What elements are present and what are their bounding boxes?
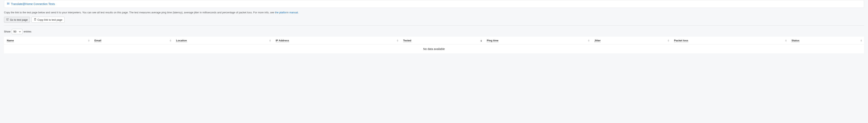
col-ping[interactable]: Ping time: [484, 37, 592, 44]
button-row: Go to test page Copy link to test page: [4, 17, 864, 23]
length-show-label: Show: [4, 30, 10, 33]
results-table: Name Email Location IP Address Tested Pi…: [4, 37, 864, 53]
col-email[interactable]: Email: [92, 37, 173, 44]
table-empty-row: No data available: [4, 44, 864, 54]
panel-title[interactable]: Translate@Home Connection Tests: [7, 2, 861, 6]
sort-icon: [88, 39, 90, 41]
description-text-before: Copy the link to the test page below and…: [4, 11, 275, 14]
table-empty-cell: No data available: [4, 44, 864, 54]
sort-icon: [668, 39, 669, 41]
col-packet-label: Packet loss: [674, 39, 688, 42]
svg-point-0: [7, 3, 7, 3]
description-text-after: .: [298, 11, 299, 14]
copy-link-button[interactable]: Copy link to test page: [31, 17, 65, 23]
sort-icon: [480, 39, 482, 41]
col-ip-label: IP Address: [276, 39, 289, 42]
col-email-label: Email: [94, 39, 101, 42]
col-jitter[interactable]: Jitter: [592, 37, 671, 44]
col-location-label: Location: [176, 39, 187, 42]
length-select[interactable]: 102550100: [12, 29, 23, 34]
manual-link[interactable]: the platform manual: [275, 11, 298, 14]
svg-line-6: [7, 19, 8, 20]
col-name[interactable]: Name: [4, 37, 92, 44]
external-link-icon: [6, 18, 9, 21]
description: Copy the link to the test page below and…: [4, 11, 864, 14]
svg-point-2: [7, 3, 7, 4]
sort-icon: [170, 39, 171, 41]
col-jitter-label: Jitter: [594, 39, 601, 42]
panel-title-text: Translate@Home Connection Tests: [11, 2, 55, 6]
length-entries-label: entries: [24, 30, 31, 33]
copy-icon: [34, 18, 36, 21]
copy-link-label: Copy link to test page: [37, 18, 62, 21]
svg-point-4: [7, 4, 7, 4]
sort-icon: [397, 39, 398, 41]
col-tested[interactable]: Tested: [400, 37, 484, 44]
svg-rect-7: [34, 19, 36, 20]
table-header-row: Name Email Location IP Address Tested Pi…: [4, 37, 864, 44]
panel-header: Translate@Home Connection Tests: [4, 0, 864, 8]
col-status-label: Status: [792, 39, 800, 42]
col-status[interactable]: Status: [789, 37, 864, 44]
col-ip[interactable]: IP Address: [273, 37, 400, 44]
col-name-label: Name: [7, 39, 14, 42]
col-ping-label: Ping time: [487, 39, 499, 42]
sort-icon: [861, 39, 862, 41]
table-length-control: Show 102550100 entries: [4, 29, 864, 34]
go-to-test-page-button[interactable]: Go to test page: [4, 17, 30, 23]
sort-icon: [269, 39, 271, 41]
sort-icon: [588, 39, 590, 41]
go-to-test-page-label: Go to test page: [10, 18, 28, 21]
sort-icon: [785, 39, 787, 41]
list-icon: [7, 2, 10, 6]
col-location[interactable]: Location: [173, 37, 273, 44]
col-tested-label: Tested: [403, 39, 411, 42]
col-packet[interactable]: Packet loss: [671, 37, 789, 44]
